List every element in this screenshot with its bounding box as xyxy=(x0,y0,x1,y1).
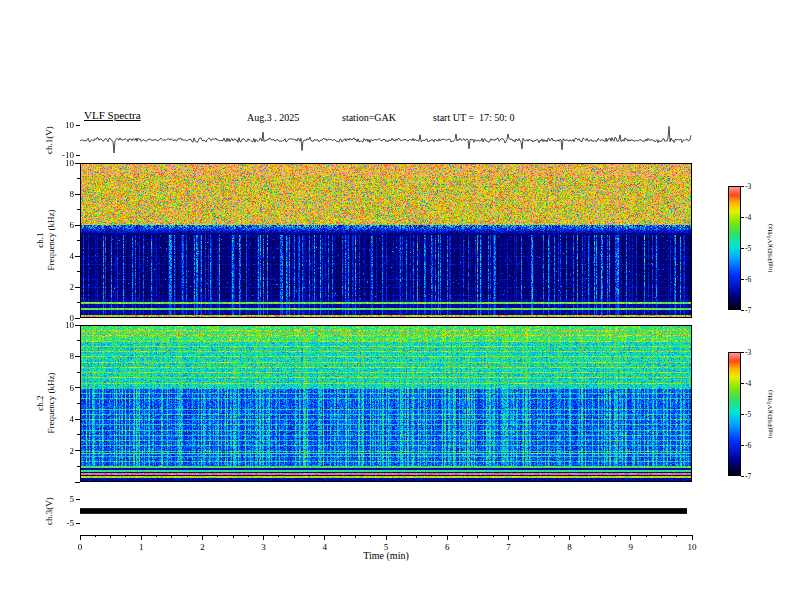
ch3-waveform-canvas xyxy=(80,487,692,535)
ch1-colorbar-canvas xyxy=(728,186,741,310)
ch1-spec-y-tick xyxy=(75,287,80,288)
ch2-frequency-axis-label-line2: Frequency (kHz) xyxy=(46,372,57,433)
time-axis-minortick xyxy=(95,535,96,537)
colorbar2-tick xyxy=(741,445,744,446)
colorbar1-tick-label: -3 xyxy=(745,182,763,191)
ch1-spec-y-tick xyxy=(75,256,80,257)
time-axis-tick xyxy=(202,535,203,540)
ch2-spec-y-tick xyxy=(75,356,80,357)
time-axis-tick-label: 3 xyxy=(252,542,276,552)
time-axis-minortick xyxy=(171,535,172,538)
ch1-wave-y-tick xyxy=(76,155,80,156)
time-axis-tick xyxy=(324,535,325,540)
ch2-spec-y-minortick xyxy=(77,372,80,373)
time-axis-tick-label: 1 xyxy=(129,542,153,552)
time-axis-minortick xyxy=(416,535,417,538)
ch2-spec-y-tick-label: 10 xyxy=(50,320,74,330)
time-axis-tick xyxy=(263,535,264,540)
time-axis-minortick xyxy=(278,535,279,537)
ch2-frequency-axis-label: ch.2 Frequency (kHz) xyxy=(35,372,57,433)
time-axis-minortick xyxy=(156,535,157,537)
ch2-spec-y-minortick xyxy=(77,340,80,341)
time-axis-minortick xyxy=(493,535,494,537)
ch2-spec-y-minortick xyxy=(77,434,80,435)
time-axis-minortick xyxy=(477,535,478,538)
ch2-frequency-axis-label-line1: ch.2 xyxy=(35,372,46,433)
colorbar1-tick-label: -4 xyxy=(745,213,763,222)
ch1-spec-y-tick xyxy=(75,194,80,195)
time-axis-minortick xyxy=(462,535,463,537)
colorbar1-tick xyxy=(741,279,744,280)
ch2-spec-y-minortick xyxy=(77,403,80,404)
time-axis-minortick xyxy=(110,535,111,538)
time-axis-tick xyxy=(141,535,142,540)
plot-date: Aug.3 . 2025 xyxy=(247,112,299,123)
colorbar1-psd-label: log(PSD)(V²/Hz) xyxy=(766,224,774,272)
ch1-wave-y-tick-label: 10 xyxy=(50,120,74,130)
start-ut-label: start UT = 17: 50: 0 xyxy=(433,112,515,123)
time-axis-minortick xyxy=(661,535,662,538)
time-axis-tick xyxy=(692,535,693,540)
ch1-spec-y-tick xyxy=(75,163,80,164)
colorbar2-tick xyxy=(741,476,744,477)
time-axis-tick-label: 9 xyxy=(619,542,643,552)
time-axis-minortick xyxy=(340,535,341,537)
time-axis-tick xyxy=(80,535,81,540)
colorbar2-tick-label: -4 xyxy=(745,379,763,388)
ch2-spectrogram-canvas xyxy=(80,325,692,482)
ch1-wave-y-tick xyxy=(76,125,80,126)
ch1-spec-y-tick xyxy=(75,318,80,319)
colorbar1-tick-label: -5 xyxy=(745,244,763,253)
ch2-spec-y-tick xyxy=(75,325,80,326)
time-axis-tick-label: 4 xyxy=(313,542,337,552)
ch2-spec-y-minortick xyxy=(77,466,80,467)
time-axis-minortick xyxy=(309,535,310,537)
ch1-spec-y-minortick xyxy=(77,302,80,303)
colorbar1-tick xyxy=(741,310,744,311)
vlf-spectra-figure: VLF Spectra Aug.3 . 2025 station=GAK sta… xyxy=(0,0,792,612)
colorbar2-psd-label: log(PSD)(V²/Hz) xyxy=(766,390,774,438)
ch2-spec-y-tick-label: 4 xyxy=(50,414,74,424)
ch1-spec-y-tick-label: 10 xyxy=(50,158,74,168)
time-axis-minortick xyxy=(615,535,616,537)
colorbar2-tick-label: -5 xyxy=(745,410,763,419)
colorbar2-tick-label: -3 xyxy=(745,348,763,357)
ch1-frequency-axis-label-line2: Frequency (kHz) xyxy=(46,209,57,270)
time-axis-minortick xyxy=(355,535,356,538)
time-axis-minortick xyxy=(233,535,234,538)
time-axis-minortick xyxy=(584,535,585,537)
colorbar1-tick-label: -6 xyxy=(745,275,763,284)
time-axis-tick-label: 5 xyxy=(374,542,398,552)
time-axis-tick xyxy=(386,535,387,540)
time-axis-minortick xyxy=(600,535,601,538)
ch1-spec-y-tick-label: 2 xyxy=(50,282,74,292)
plot-title: VLF Spectra xyxy=(84,109,141,121)
colorbar1-tick xyxy=(741,248,744,249)
time-axis-minortick xyxy=(217,535,218,537)
time-axis-minortick xyxy=(248,535,249,537)
ch2-colorbar-canvas xyxy=(728,352,741,476)
time-axis-tick-label: 10 xyxy=(680,542,704,552)
ch1-spec-y-minortick xyxy=(77,178,80,179)
time-axis-minortick xyxy=(125,535,126,537)
time-axis-tick xyxy=(508,535,509,540)
time-axis-tick xyxy=(569,535,570,540)
ch1-spec-y-minortick xyxy=(77,240,80,241)
time-axis-tick xyxy=(630,535,631,540)
time-axis-tick-label: 8 xyxy=(558,542,582,552)
time-axis-minortick xyxy=(523,535,524,537)
ch2-spec-y-tick-label: 2 xyxy=(50,446,74,456)
ch2-spec-y-tick xyxy=(75,482,80,483)
ch2-spec-y-tick xyxy=(75,450,80,451)
ch1-spec-y-minortick xyxy=(77,209,80,210)
colorbar2-tick-label: -6 xyxy=(745,441,763,450)
time-axis-tick-label: 6 xyxy=(435,542,459,552)
time-axis-minortick xyxy=(539,535,540,538)
ch2-spec-y-tick-label: 6 xyxy=(50,383,74,393)
time-axis-tick xyxy=(447,535,448,540)
time-axis-tick-label: 2 xyxy=(190,542,214,552)
ch1-spec-y-tick-label: 4 xyxy=(50,251,74,261)
ch3-wave-y-tick-label: 5 xyxy=(50,494,74,504)
time-axis-tick-label: 7 xyxy=(496,542,520,552)
time-axis-minortick xyxy=(554,535,555,537)
